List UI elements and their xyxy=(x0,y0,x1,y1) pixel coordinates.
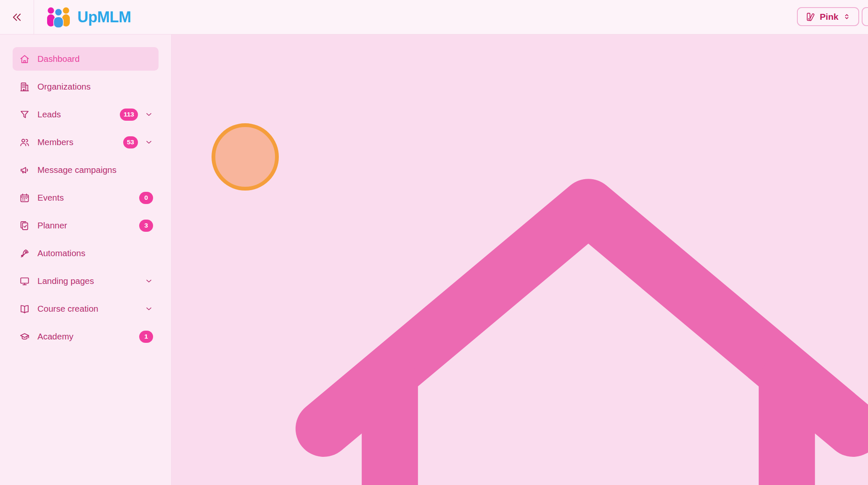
sidebar-item-planner[interactable]: Planner 3 xyxy=(13,214,159,237)
sidebar-item-automations[interactable]: Automations xyxy=(13,241,159,265)
double-chevron-left-icon xyxy=(11,11,23,24)
building-icon xyxy=(19,81,30,93)
theme-name-label: Pink xyxy=(820,12,838,22)
logo-people-icon xyxy=(45,5,72,29)
sidebar-item-message-campaigns[interactable]: Message campaigns xyxy=(13,158,159,182)
megaphone-icon xyxy=(19,164,30,176)
chevron-down-icon[interactable] xyxy=(145,277,153,285)
monitor-icon xyxy=(19,276,30,287)
theme-selector-button[interactable]: Pink xyxy=(797,7,859,26)
count-badge: 3 xyxy=(139,220,153,232)
clipped-toolbar-button[interactable] xyxy=(862,7,868,26)
chevron-down-icon[interactable] xyxy=(145,110,153,119)
select-chevrons-icon xyxy=(843,13,851,21)
sidebar-item-label: Dashboard xyxy=(37,54,153,64)
sidebar-item-label: Organizations xyxy=(37,82,153,92)
sidebar-item-leads[interactable]: Leads 113 xyxy=(13,103,159,126)
sidebar-item-label: Academy xyxy=(37,331,139,342)
top-bar: UpMLM Pink xyxy=(0,0,868,34)
sidebar-collapse-button[interactable] xyxy=(0,0,34,34)
funnel-icon xyxy=(19,109,30,120)
count-badge: 1 xyxy=(139,331,153,343)
sidebar-item-label: Leads xyxy=(37,109,120,119)
book-icon xyxy=(19,303,30,315)
sidebar-item-label: Landing pages xyxy=(37,276,138,286)
sidebar-item-dashboard[interactable]: Dashboard xyxy=(13,47,159,71)
graduation-cap-icon xyxy=(19,331,30,342)
people-icon xyxy=(19,137,30,148)
app-logo[interactable]: UpMLM xyxy=(34,5,131,29)
chevron-down-icon[interactable] xyxy=(145,305,153,313)
sidebar-item-events[interactable]: Events 0 xyxy=(13,186,159,209)
sidebar-item-members[interactable]: Members 53 xyxy=(13,130,159,154)
sidebar: Dashboard Organizations Leads 113 Member… xyxy=(0,34,172,485)
chevron-down-icon[interactable] xyxy=(145,138,153,146)
brand-name: UpMLM xyxy=(77,8,131,26)
clipboard-check-icon xyxy=(19,220,30,231)
sidebar-item-label: Planner xyxy=(37,220,139,231)
sidebar-item-label: Events xyxy=(37,193,139,203)
sidebar-item-label: Automations xyxy=(37,248,153,258)
home-icon xyxy=(19,53,30,65)
sidebar-item-label: Members xyxy=(37,137,123,147)
sidebar-item-label: Course creation xyxy=(37,304,138,314)
sidebar-item-academy[interactable]: Academy 1 xyxy=(13,325,159,348)
app-shell: Dashboard Organizations Leads 113 Member… xyxy=(0,34,868,485)
sidebar-item-landing-pages[interactable]: Landing pages xyxy=(13,269,159,293)
swatch-icon xyxy=(805,12,815,22)
count-badge: 113 xyxy=(120,109,138,121)
breadcrumb-home-icon[interactable] xyxy=(191,58,868,485)
calendar-icon xyxy=(19,192,30,204)
sidebar-item-label: Message campaigns xyxy=(37,165,153,175)
sidebar-item-organizations[interactable]: Organizations xyxy=(13,75,159,98)
count-badge: 53 xyxy=(123,136,138,148)
rocket-icon xyxy=(19,248,30,259)
sidebar-item-course-creation[interactable]: Course creation xyxy=(13,297,159,321)
count-badge: 0 xyxy=(139,192,153,204)
main-content: Dashboard Network Import members xyxy=(172,34,868,485)
